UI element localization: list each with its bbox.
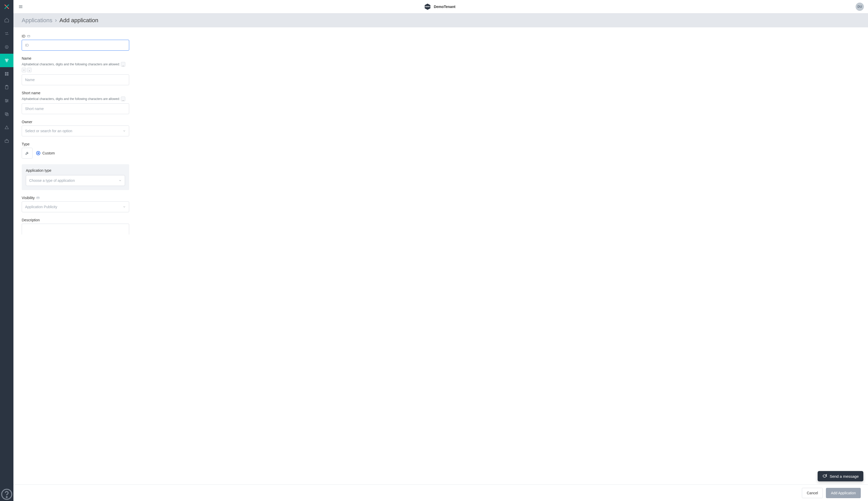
brand-logo[interactable] (0, 0, 13, 13)
label-visibility: Visibility (22, 196, 129, 200)
grid-icon (4, 71, 9, 76)
flows-icon (4, 31, 9, 36)
short-name-input[interactable] (22, 103, 129, 114)
breadcrumb-root[interactable]: Applications (22, 17, 52, 24)
add-application-button[interactable]: Add Application (826, 488, 861, 498)
radio-dot-icon (36, 151, 40, 155)
svg-rect-15 (6, 114, 8, 116)
form-column: ID Name Alphabetical characters, digits … (22, 34, 129, 234)
user-avatar[interactable]: DU (856, 3, 864, 11)
breadcrumb-current: Add application (60, 17, 98, 24)
chevron-down-icon (123, 205, 126, 209)
nav-applications[interactable] (0, 54, 13, 67)
label-application-type: Application type (26, 168, 125, 172)
nav-deploy[interactable] (0, 121, 13, 134)
field-type: Type Custom (22, 142, 129, 159)
hint-short-name: Alphabetical characters, digits and the … (22, 97, 129, 101)
description-input[interactable] (22, 224, 129, 234)
svg-rect-14 (5, 113, 7, 115)
nav-home[interactable] (0, 13, 13, 27)
type-radio-custom[interactable]: Custom (36, 151, 55, 155)
cancel-label: Cancel (807, 491, 818, 495)
svg-point-23 (823, 475, 826, 477)
svg-rect-8 (7, 74, 9, 76)
home-icon (4, 18, 9, 23)
type-icon-box (22, 148, 33, 159)
nav-settings[interactable] (0, 94, 13, 107)
form-scroll[interactable]: ID Name Alphabetical characters, digits … (13, 28, 868, 501)
clipboard-icon (4, 85, 9, 90)
tenant-hexagon-icon: DEMO (424, 3, 431, 10)
chevron-down-icon (123, 129, 126, 132)
nav-flows[interactable] (0, 27, 13, 40)
label-type: Type (22, 142, 129, 146)
wrench-icon (25, 151, 30, 156)
nav-briefcase[interactable] (0, 134, 13, 148)
hamburger-icon (18, 4, 23, 9)
nav-clipboard[interactable] (0, 81, 13, 94)
label-owner: Owner (22, 120, 129, 124)
target-icon (4, 44, 9, 50)
footer-actions: Cancel Add Application (13, 484, 868, 501)
svg-rect-21 (28, 35, 30, 37)
nav-copy[interactable] (0, 107, 13, 121)
nav-dashboard[interactable] (0, 67, 13, 81)
visibility-placeholder: Application Publicity (25, 205, 57, 209)
sliders-icon (4, 98, 9, 103)
label-id-text: ID (22, 34, 25, 38)
svg-rect-7 (5, 74, 7, 76)
svg-rect-5 (5, 72, 7, 74)
triangle-icon (4, 125, 9, 130)
field-id: ID (22, 34, 129, 51)
visibility-select[interactable]: Application Publicity (22, 201, 129, 212)
svg-point-13 (6, 102, 7, 102)
hamburger-button[interactable] (18, 4, 24, 10)
help-icon (0, 488, 13, 501)
topbar: DEMO DemoTenant DU (13, 0, 868, 13)
main-column: DEMO DemoTenant DU Applications › Add ap… (13, 0, 868, 501)
copy-icon (4, 111, 9, 117)
label-id: ID (22, 34, 129, 38)
allowed-char: _ (121, 62, 125, 67)
nav-target[interactable] (0, 40, 13, 54)
label-visibility-text: Visibility (22, 196, 35, 200)
application-type-select[interactable]: Choose a type of application (26, 175, 125, 186)
nav-rail (0, 0, 13, 501)
breadcrumb: Applications › Add application (13, 13, 868, 28)
svg-point-18 (6, 497, 7, 497)
svg-point-11 (6, 99, 6, 100)
svg-text:DEMO: DEMO (425, 6, 430, 8)
svg-rect-16 (5, 140, 8, 142)
tenant-badge: DEMO (424, 3, 431, 10)
id-input[interactable] (22, 40, 129, 51)
svg-point-3 (7, 59, 8, 60)
app-root: DEMO DemoTenant DU Applications › Add ap… (0, 0, 868, 501)
hint-name: Alphabetical characters, digits and the … (22, 62, 129, 72)
svg-point-12 (7, 100, 8, 101)
application-type-placeholder: Choose a type of application (29, 179, 75, 183)
label-short-name: Short name (22, 91, 129, 95)
svg-rect-6 (7, 72, 9, 74)
breadcrumb-separator: › (55, 17, 57, 24)
briefcase-icon (4, 138, 9, 143)
owner-placeholder: Select or search for an option (25, 129, 72, 133)
chat-icon (822, 474, 827, 479)
applications-icon (4, 58, 9, 63)
allowed-char: - (22, 68, 26, 72)
cancel-button[interactable]: Cancel (802, 488, 823, 498)
submit-label: Add Application (831, 491, 856, 495)
owner-select[interactable]: Select or search for an option (22, 126, 129, 136)
name-input[interactable] (22, 74, 129, 85)
field-owner: Owner Select or search for an option (22, 120, 129, 136)
svg-point-1 (7, 47, 7, 47)
tenant-name: DemoTenant (434, 5, 455, 9)
hint-short-name-text: Alphabetical characters, digits and the … (22, 97, 120, 101)
info-card-icon (36, 196, 40, 200)
chat-widget[interactable]: Send a message (818, 471, 863, 481)
field-application-type: Application type Choose a type of applic… (22, 164, 129, 190)
nav-help[interactable] (0, 488, 13, 501)
field-visibility: Visibility Application Publicity (22, 196, 129, 212)
svg-point-2 (5, 59, 7, 60)
logo-icon (4, 4, 10, 10)
type-option-label: Custom (42, 151, 55, 155)
